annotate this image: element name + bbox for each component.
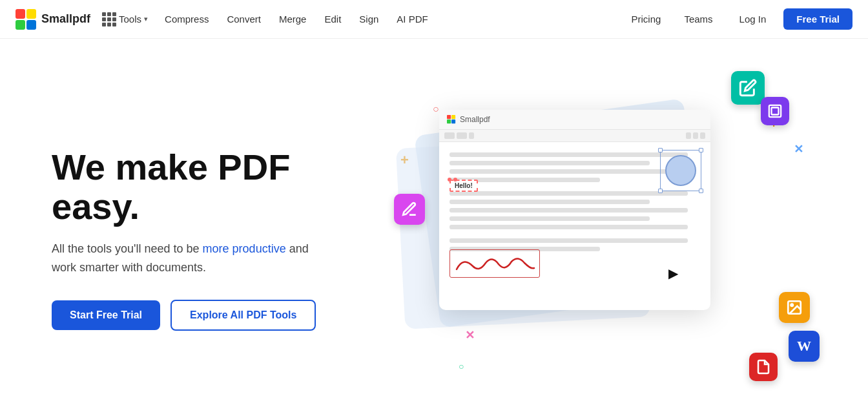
- floating-icon-compress: [761, 97, 789, 125]
- subtitle-plain: All the tools you'll need to be: [52, 242, 203, 255]
- floating-icon-word: W: [789, 331, 820, 362]
- chevron-down-icon: ▾: [144, 15, 148, 23]
- svg-rect-6: [447, 119, 451, 123]
- pdf-editor-window: Smallpdf: [439, 110, 710, 310]
- deco-circle-1: ○: [433, 103, 439, 115]
- selection-handle-row: [448, 178, 457, 182]
- nav-merge[interactable]: Merge: [271, 10, 315, 28]
- nav-edit[interactable]: Edit: [316, 10, 349, 28]
- hero-content: We make PDF easy. All the tools you'll n…: [52, 147, 362, 331]
- nav-links: Compress Convert Merge Edit Sign AI PDF: [157, 10, 436, 28]
- toolbar-item: [686, 132, 691, 139]
- hero-section: We make PDF easy. All the tools you'll n…: [0, 39, 868, 405]
- pdf-line: [450, 161, 650, 165]
- toolbar-item: [693, 132, 698, 139]
- tools-button[interactable]: Tools ▾: [96, 8, 154, 30]
- navbar: Smallpdf Tools ▾ Compress Convert Merge …: [0, 0, 868, 39]
- toolbar-item: [469, 132, 474, 139]
- svg-rect-9: [772, 108, 779, 115]
- svg-rect-2: [16, 20, 25, 30]
- nav-compress[interactable]: Compress: [157, 10, 216, 28]
- svg-rect-1: [26, 9, 36, 19]
- image-icon: [786, 299, 803, 316]
- logo[interactable]: Smallpdf: [16, 9, 90, 30]
- word-letter: W: [797, 338, 811, 355]
- deco-cross-1: ✕: [794, 142, 803, 156]
- floating-icon-edit: [731, 71, 765, 105]
- toolbar-item: [457, 132, 467, 139]
- nav-sign[interactable]: Sign: [351, 10, 386, 28]
- pen-icon: [401, 201, 418, 218]
- grid-icon: [102, 12, 116, 26]
- window-titlebar: Smallpdf: [439, 110, 710, 130]
- pdf-line: [450, 191, 688, 196]
- svg-rect-7: [451, 119, 455, 123]
- hero-buttons: Start Free Trial Explore All PDF Tools: [52, 300, 362, 331]
- subtitle-highlight: more productive: [203, 242, 286, 255]
- nav-teams[interactable]: Teams: [675, 10, 721, 28]
- signature-svg: [450, 250, 540, 278]
- toolbar-item: [444, 132, 455, 139]
- logo-icon: [16, 9, 36, 30]
- cursor-icon: ▶: [668, 265, 678, 281]
- pdf-line: [450, 152, 688, 157]
- login-button[interactable]: Log In: [727, 8, 779, 30]
- window-logo-icon: [447, 115, 456, 124]
- compress-icon: [768, 104, 782, 118]
- signature-area: [450, 249, 540, 278]
- nav-pricing[interactable]: Pricing: [623, 10, 670, 28]
- pdf-line: [450, 238, 688, 243]
- hero-subtitle: All the tools you'll need to be more pro…: [52, 240, 323, 277]
- pdf-line: [450, 169, 688, 174]
- deco-x-1: ✕: [465, 328, 475, 342]
- svg-rect-4: [447, 115, 451, 119]
- tools-label: Tools: [119, 14, 141, 25]
- hero-title: We make PDF easy.: [52, 147, 362, 227]
- svg-rect-5: [451, 115, 455, 119]
- nav-convert[interactable]: Convert: [219, 10, 269, 28]
- svg-rect-3: [26, 20, 36, 30]
- window-toolbar: [439, 130, 710, 142]
- floating-icon-image: [779, 292, 810, 323]
- window-title: Smallpdf: [460, 115, 490, 124]
- hero-illustration: ○ + + ✕ ✕ ○ Smallpdf: [388, 78, 816, 400]
- edit-icon: [739, 79, 757, 97]
- pdf-line: [450, 208, 688, 213]
- svg-point-11: [791, 304, 793, 306]
- nav-ai-pdf[interactable]: AI PDF: [389, 10, 435, 28]
- start-free-trial-button[interactable]: Start Free Trial: [52, 300, 160, 330]
- svg-rect-0: [16, 9, 25, 19]
- pdf-line: [450, 225, 688, 229]
- pdf-line: [450, 216, 650, 221]
- floating-icon-pdf: [749, 353, 778, 381]
- circle-selection-area: [660, 150, 701, 191]
- nav-right: Pricing Teams Log In Free Trial: [623, 8, 852, 30]
- pdf-content: Hello!: [439, 142, 710, 297]
- explore-tools-button[interactable]: Explore All PDF Tools: [170, 300, 316, 331]
- deco-circle-2: ○: [459, 361, 464, 371]
- logo-text: Smallpdf: [41, 12, 90, 26]
- floating-icon-sign: [394, 194, 425, 225]
- pdf-line: [450, 200, 650, 204]
- toolbar-item: [700, 132, 705, 139]
- pdf-icon: [756, 359, 771, 375]
- free-trial-nav-button[interactable]: Free Trial: [783, 8, 852, 30]
